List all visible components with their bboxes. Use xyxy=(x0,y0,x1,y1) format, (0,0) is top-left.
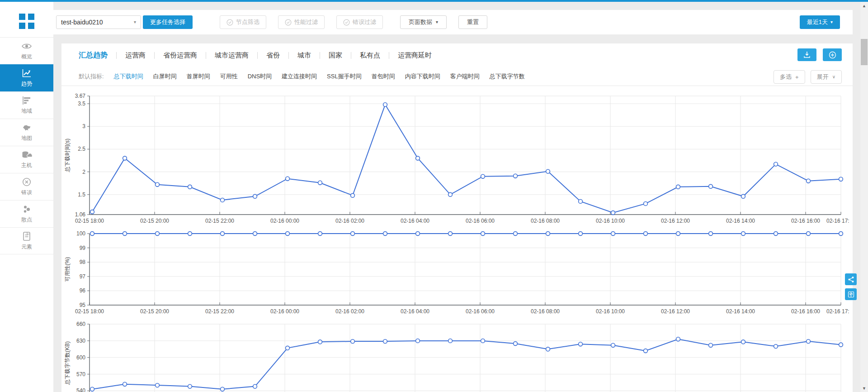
sidebar-item-host[interactable]: 主机 xyxy=(0,146,53,173)
svg-text:02-16 10:00: 02-16 10:00 xyxy=(596,308,625,315)
sidebar-item-scatter[interactable]: 散点 xyxy=(0,200,53,227)
metric-item-9[interactable]: 客户端时间 xyxy=(450,73,480,80)
svg-text:02-16 08:00: 02-16 08:00 xyxy=(531,218,560,224)
sidebar-nav: 概览趋势地域地图主机错误散点元素 xyxy=(0,37,53,254)
scrollbar-thumb[interactable] xyxy=(861,39,868,65)
metric-item-0[interactable]: 总下载时间 xyxy=(114,73,143,80)
sidebar-item-map[interactable]: 地图 xyxy=(0,119,53,146)
svg-text:660: 660 xyxy=(76,321,85,327)
tab-7[interactable]: 私有点 xyxy=(360,51,380,60)
more-tasks-button[interactable]: 更多任务选择 xyxy=(143,15,193,29)
metrics-label: 默认指标: xyxy=(79,72,104,81)
metric-item-10[interactable]: 总下载字节数 xyxy=(490,73,525,80)
tab-6[interactable]: 国家 xyxy=(329,51,342,60)
tab-8[interactable]: 运营商延时 xyxy=(398,51,432,60)
sidebar: 概览趋势地域地图主机错误散点元素 xyxy=(0,2,53,392)
sidebar-item-region-bars[interactable]: 地域 xyxy=(0,91,53,119)
svg-text:02-16 00:00: 02-16 00:00 xyxy=(270,218,299,224)
trend-icon xyxy=(22,68,32,78)
element-icon xyxy=(23,231,31,241)
trend-chart-2[interactable]: 959697989910002-15 18:0002-15 20:0002-15… xyxy=(62,230,853,320)
filter-button-group: 节点筛选性能过滤错误过滤 xyxy=(220,15,383,29)
vertical-scrollbar[interactable]: ▲ ▼ xyxy=(860,2,868,392)
filter-button-1[interactable]: 性能过滤 xyxy=(278,15,325,29)
page-data-button[interactable]: 页面数据 ▾ xyxy=(400,15,447,29)
svg-text:1.06: 1.06 xyxy=(75,211,86,218)
metric-item-1[interactable]: 白屏时间 xyxy=(153,73,177,80)
expand-button[interactable]: 展开∨ xyxy=(811,70,842,84)
scatter-icon xyxy=(22,204,31,214)
svg-text:02-16 17:05: 02-16 17:05 xyxy=(826,308,849,315)
chart-actions xyxy=(797,48,842,61)
region-bars-icon xyxy=(22,96,31,105)
task-select[interactable]: test-baidu0210 ▾ xyxy=(56,15,141,29)
svg-text:97: 97 xyxy=(80,273,86,280)
add-chart-button[interactable] xyxy=(823,48,842,61)
metric-item-4[interactable]: DNS时间 xyxy=(248,73,272,80)
sidebar-item-eye[interactable]: 概览 xyxy=(0,37,53,64)
trend-chart-1[interactable]: 1.061.522.533.53.6702-15 18:0002-15 20:0… xyxy=(62,92,853,230)
tab-0[interactable]: 汇总趋势 xyxy=(79,51,108,60)
tab-3[interactable]: 城市运营商 xyxy=(215,51,249,60)
sidebar-item-label: 散点 xyxy=(21,216,32,224)
time-range-button[interactable]: 最近1天 ▾ xyxy=(800,15,840,29)
check-circle-icon xyxy=(285,19,292,26)
svg-text:3.5: 3.5 xyxy=(78,100,85,107)
tab-divider xyxy=(206,52,206,59)
monitor-icon xyxy=(848,291,854,298)
svg-text:02-16 16:00: 02-16 16:00 xyxy=(791,218,820,224)
tab-1[interactable]: 运营商 xyxy=(125,51,146,60)
svg-text:3.67: 3.67 xyxy=(75,93,86,99)
tab-divider xyxy=(389,52,389,59)
download-button[interactable] xyxy=(797,48,816,61)
filter-button-0[interactable]: 节点筛选 xyxy=(220,15,266,29)
device-view-button[interactable] xyxy=(845,288,857,300)
sidebar-item-element[interactable]: 元素 xyxy=(0,227,53,254)
svg-text:可用性(%): 可用性(%) xyxy=(64,257,71,282)
svg-text:99: 99 xyxy=(80,245,86,251)
svg-text:总下载时间(s): 总下载时间(s) xyxy=(64,139,71,172)
scroll-up-icon[interactable]: ▲ xyxy=(860,2,868,10)
svg-text:100: 100 xyxy=(76,230,85,237)
sidebar-item-label: 主机 xyxy=(21,162,32,169)
svg-text:02-16 17:05: 02-16 17:05 xyxy=(826,218,849,224)
svg-text:02-15 20:00: 02-15 20:00 xyxy=(140,218,169,224)
svg-text:02-16 04:00: 02-16 04:00 xyxy=(401,218,429,224)
svg-text:02-15 20:00: 02-15 20:00 xyxy=(140,308,169,315)
multi-select-button[interactable]: 多选+ xyxy=(774,70,805,84)
reset-button[interactable]: 重置 xyxy=(458,15,487,29)
trend-chart-3[interactable]: 54057060063066002-15 18:0002-15 20:0002-… xyxy=(62,320,853,392)
share-button[interactable] xyxy=(845,273,857,285)
svg-text:630: 630 xyxy=(76,338,85,344)
metric-items: 总下载时间白屏时间首屏时间可用性DNS时间建立连接时间SSL握手时间首包时间内容… xyxy=(114,72,535,81)
tab-divider xyxy=(116,52,117,59)
main-panel: 汇总趋势运营商省份运营商城市运营商省份城市国家私有点运营商延时 默认指标: 总下… xyxy=(61,43,853,392)
metric-item-5[interactable]: 建立连接时间 xyxy=(282,73,317,80)
top-accent-strip xyxy=(0,0,868,2)
metric-item-8[interactable]: 内容下载时间 xyxy=(405,73,440,80)
sidebar-item-trend[interactable]: 趋势 xyxy=(0,64,53,91)
tab-2[interactable]: 省份运营商 xyxy=(163,51,197,60)
svg-text:98: 98 xyxy=(80,259,86,265)
svg-text:02-16 14:00: 02-16 14:00 xyxy=(726,308,755,315)
tab-4[interactable]: 省份 xyxy=(266,51,280,60)
metrics-actions: 多选+ 展开∨ xyxy=(774,70,842,84)
filter-button-2[interactable]: 错误过滤 xyxy=(336,15,383,29)
svg-text:02-15 18:00: 02-15 18:00 xyxy=(75,308,104,315)
metric-item-7[interactable]: 首包时间 xyxy=(372,73,395,80)
metric-item-2[interactable]: 首屏时间 xyxy=(187,73,210,80)
svg-text:02-16 00:00: 02-16 00:00 xyxy=(270,308,299,315)
tab-5[interactable]: 城市 xyxy=(297,51,311,60)
chevron-down-icon: ▾ xyxy=(134,20,136,24)
metric-item-3[interactable]: 可用性 xyxy=(220,73,238,80)
plus-icon: + xyxy=(795,74,799,81)
app-logo-icon[interactable] xyxy=(19,14,34,29)
svg-text:02-16 08:00: 02-16 08:00 xyxy=(531,308,560,315)
charts-area: 1.061.522.533.53.6702-15 18:0002-15 20:0… xyxy=(61,86,853,392)
sidebar-item-error[interactable]: 错误 xyxy=(0,173,53,200)
scroll-down-icon[interactable]: ▼ xyxy=(860,384,868,392)
metric-item-6[interactable]: SSL握手时间 xyxy=(327,73,362,80)
chevron-down-icon: ▾ xyxy=(830,20,833,24)
svg-text:02-16 16:00: 02-16 16:00 xyxy=(791,308,820,315)
sidebar-item-label: 错误 xyxy=(21,189,32,196)
